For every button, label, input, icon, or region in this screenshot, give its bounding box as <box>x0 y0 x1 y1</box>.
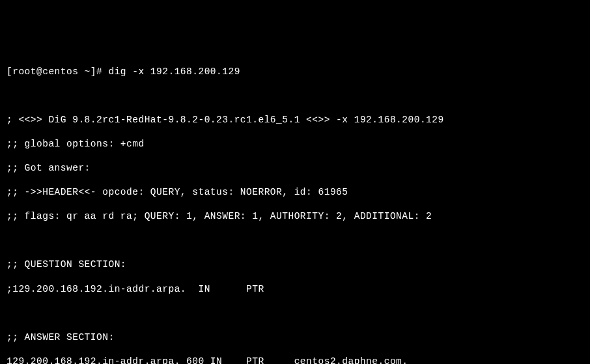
terminal-output[interactable]: [root@centos ~]# dig -x 192.168.200.129 … <box>7 53 583 364</box>
output-line: 129.200.168.192.in-addr.arpa. 600 IN PTR… <box>7 356 583 364</box>
output-line <box>7 234 583 247</box>
entered-command: dig -x 192.168.200.129 <box>108 66 240 77</box>
answer-section-header: ;; ANSWER SECTION: <box>7 331 583 344</box>
output-line: ;129.200.168.192.in-addr.arpa. IN PTR <box>7 283 583 296</box>
prompt-command-line: [root@centos ~]# dig -x 192.168.200.129 <box>7 66 583 78</box>
question-section-header: ;; QUESTION SECTION: <box>7 259 583 271</box>
output-line <box>7 307 583 320</box>
output-line: ;; ->>HEADER<<- opcode: QUERY, status: N… <box>7 186 583 199</box>
output-line: ;; flags: qr aa rd ra; QUERY: 1, ANSWER:… <box>7 210 583 223</box>
output-line: ; <<>> DiG 9.8.2rc1-RedHat-9.8.2-0.23.rc… <box>7 114 583 126</box>
output-line <box>7 90 583 102</box>
output-line: ;; Got answer: <box>7 162 583 175</box>
shell-prompt: [root@centos ~]# <box>7 66 108 77</box>
output-line: ;; global options: +cmd <box>7 138 583 150</box>
